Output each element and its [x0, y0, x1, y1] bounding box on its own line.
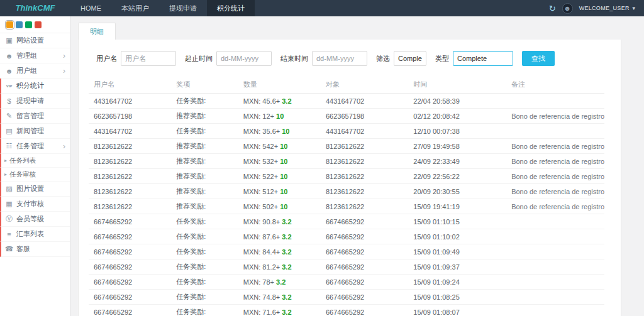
bonus-value: 10 [280, 188, 287, 195]
table-cell: 4431647702 [89, 94, 171, 109]
app-logo[interactable]: ThinkCMF [0, 0, 70, 16]
amount-cell: MXN: 74.8+ 3.2 [238, 290, 321, 305]
table-cell: 推荐奖励: [171, 109, 238, 124]
theme-swatch[interactable] [35, 21, 42, 28]
bonus-value: 3.2 [282, 308, 291, 316]
topnav-item-提现申请[interactable]: 提现申请 [159, 0, 207, 16]
table-cell: 24/09 22:33:49 [408, 154, 506, 169]
table-row: 6623657198推荐奖励:MXN: 12+ 10662365719802/1… [89, 109, 604, 124]
table-cell: 任务奖励: [171, 214, 238, 229]
sidebar-item-label: 积分统计 [16, 81, 65, 90]
rate-icon: ≡ [4, 231, 14, 238]
welcome-text: WELCOME_USER [579, 5, 630, 11]
vip-icon: VIP [4, 84, 14, 88]
note-cell: Bono de referencia de registro [506, 109, 604, 124]
amount-cell: MXN: 71.6+ 3.2 [238, 305, 321, 316]
column-header: 对象 [321, 76, 408, 94]
table-cell: 推荐奖励: [171, 199, 238, 214]
theme-swatch[interactable] [6, 21, 13, 28]
search-button[interactable]: 查找 [522, 51, 555, 66]
avatar[interactable]: ☻ [562, 3, 573, 14]
note-cell [506, 124, 604, 139]
table-cell: 8123612622 [89, 169, 171, 184]
bonus-value: 3.2 [282, 97, 291, 105]
table-cell: 15/09 01:10:02 [408, 229, 506, 244]
sidebar-item-task-mgmt[interactable]: ☷任务管理› [0, 139, 70, 154]
start-date-input[interactable] [216, 51, 272, 66]
chevron-right-icon: › [63, 52, 65, 60]
sidebar-item-site-settings[interactable]: ▣网站设置 [0, 33, 70, 48]
sidebar-item-message-mgmt[interactable]: ✎留言管理 [0, 109, 70, 124]
table-cell: 22/04 20:58:39 [408, 94, 506, 109]
table-cell: 12/10 00:07:38 [408, 124, 506, 139]
sidebar-subitem-任务列表[interactable]: ▸任务列表 [0, 154, 70, 168]
edit-icon: ✎ [4, 112, 14, 120]
sidebar-subitem-任务审核[interactable]: ▸任务审核 [0, 168, 70, 182]
chevron-down-icon: ▼ [631, 6, 636, 11]
table-cell: 6674665292 [321, 259, 408, 275]
table-row: 4431647702任务奖励:MXN: 35.6+ 10443164770212… [89, 124, 604, 139]
bonus-value: 3.2 [282, 263, 291, 271]
table-row: 6674665292任务奖励:MXN: 84.4+ 3.266746652921… [89, 244, 604, 259]
points-table-body: 4431647702任务奖励:MXN: 45.6+ 3.244316477022… [89, 94, 604, 316]
table-cell: 15/09 01:08:07 [408, 305, 506, 316]
type-select[interactable] [453, 51, 513, 66]
table-row: 6674665292任务奖励:MXN: 74.8+ 3.266746652921… [89, 290, 604, 305]
note-cell: Bono de referencia de registro [506, 184, 604, 199]
column-header: 奖项 [171, 76, 238, 94]
bonus-value: 3.2 [276, 278, 286, 286]
table-cell: 4431647702 [321, 124, 408, 139]
sidebar-item-image-settings[interactable]: ▨图片设置 [0, 182, 70, 197]
topnav-item-本站用户[interactable]: 本站用户 [111, 0, 159, 16]
sidebar-item-user-group[interactable]: ☻用户组› [0, 63, 70, 79]
amount-cell: MXN: 87.6+ 3.2 [238, 229, 321, 244]
amount-cell: MXN: 90.8+ 3.2 [238, 214, 321, 229]
amount-cell: MXN: 512+ 10 [238, 184, 321, 199]
topnav-item-积分统计[interactable]: 积分统计 [207, 0, 255, 16]
theme-swatch[interactable] [25, 21, 32, 28]
table-cell: 8123612622 [89, 184, 171, 199]
sidebar-item-payment-review[interactable]: ▦支付审核 [0, 197, 70, 212]
note-cell [506, 290, 604, 305]
table-cell: 任务奖励: [171, 229, 238, 244]
note-cell [506, 94, 604, 109]
table-cell: 6674665292 [321, 275, 408, 290]
sidebar-item-withdraw-request[interactable]: $提现申请 [0, 94, 70, 109]
refresh-icon[interactable]: ↻ [549, 4, 556, 13]
amount-cell: MXN: 78+ 3.2 [238, 275, 321, 290]
table-cell: 任务奖励: [171, 259, 238, 275]
topnav-item-HOME[interactable]: HOME [70, 0, 111, 16]
user-menu[interactable]: WELCOME_USER ▼ [579, 5, 636, 11]
sidebar-item-admin-group[interactable]: ☻管理组› [0, 48, 70, 63]
tasks-icon: ☷ [4, 142, 14, 150]
table-cell: 8123612622 [89, 139, 171, 154]
note-cell [506, 305, 604, 316]
table-row: 6674665292任务奖励:MXN: 81.2+ 3.266746652921… [89, 259, 604, 275]
table-cell: 6674665292 [89, 305, 171, 316]
theme-swatch[interactable] [16, 21, 23, 28]
sidebar-item-points-stats[interactable]: VIP积分统计 [0, 79, 70, 94]
sidebar-item-label: 图片设置 [16, 184, 65, 193]
table-cell: 任务奖励: [171, 244, 238, 259]
sidebar-item-member-level[interactable]: Ⓥ会员等级 [0, 212, 70, 227]
note-cell [506, 259, 604, 275]
table-cell: 推荐奖励: [171, 154, 238, 169]
amount-cell: MXN: 45.6+ 3.2 [238, 94, 321, 109]
column-header: 数量 [238, 76, 321, 94]
sidebar-item-label: 留言管理 [16, 111, 65, 121]
tab-detail[interactable]: 明细 [78, 23, 116, 40]
desktop-icon: ▣ [4, 36, 14, 45]
sidebar-item-rate-list[interactable]: ≡汇率列表 [0, 227, 70, 242]
table-cell: 任务奖励: [171, 275, 238, 290]
sidebar-item-customer-service[interactable]: ☎客服 [0, 242, 70, 257]
sidebar-item-news-mgmt[interactable]: ▤新闻管理 [0, 124, 70, 139]
layout: ▣网站设置☻管理组›☻用户组›VIP积分统计$提现申请✎留言管理▤新闻管理☷任务… [0, 16, 644, 316]
table-row: 6674665292任务奖励:MXN: 87.6+ 3.266746652921… [89, 229, 604, 244]
table-cell: 6674665292 [89, 214, 171, 229]
filter-select[interactable] [394, 51, 426, 66]
username-input[interactable] [121, 51, 176, 66]
end-date-input[interactable] [312, 51, 367, 66]
topbar: ThinkCMF HOME本站用户提现申请积分统计 ↻ ☻ WELCOME_US… [0, 0, 644, 16]
main-content: 明细 用户名 起止时间 结束时间 筛选 类型 查找 [70, 16, 644, 316]
table-cell: 任务奖励: [171, 124, 238, 139]
